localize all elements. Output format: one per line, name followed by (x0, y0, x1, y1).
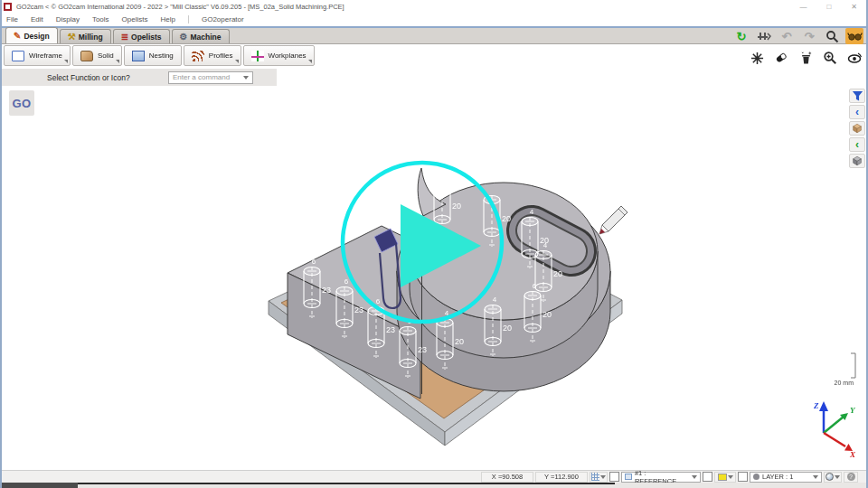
dropdown-arrow[interactable] (64, 60, 68, 63)
layer-value: LAYER : 1 (762, 473, 793, 481)
nesting-button[interactable]: Nesting (124, 45, 182, 66)
axis-triad: Z Y X (813, 401, 856, 459)
zoom-icon[interactable] (823, 28, 841, 44)
redo-icon[interactable]: ↷ (800, 28, 818, 44)
nesting-grid-icon (132, 51, 145, 61)
button-label: Nesting (149, 52, 174, 60)
chevron-left-green-icon[interactable]: ‹ (849, 137, 865, 152)
solid-part-tan-icon[interactable] (849, 121, 865, 136)
clean-trash-icon[interactable] (797, 50, 815, 66)
reference-checkbox[interactable] (609, 472, 619, 482)
machine-gear-icon: ⚙ (180, 33, 188, 42)
grid-icon (591, 473, 599, 481)
prompt-bar: Select Function or Icon? Enter a command (0, 69, 277, 86)
opelists-list-icon: ≣ (121, 33, 128, 42)
reference-select[interactable]: #1 : REFERENCE (621, 472, 701, 483)
tab-design[interactable]: ✎ Design (5, 27, 58, 43)
view-toolbar-row2 (748, 50, 863, 66)
eraser-icon[interactable] (772, 50, 790, 66)
tab-opelists[interactable]: ≣ Opelists (113, 29, 170, 43)
tab-label: Design (24, 32, 49, 41)
svg-text:6: 6 (376, 297, 381, 305)
menu-tools[interactable]: Tools (92, 15, 109, 23)
menu-opelists[interactable]: Opelists (122, 15, 148, 23)
grid-toggle-button[interactable] (590, 472, 608, 483)
eye-rotate-icon[interactable] (845, 50, 863, 66)
profiles-swirl-icon (192, 51, 204, 61)
menu-help[interactable]: Help (161, 15, 175, 23)
menu-edit[interactable]: Edit (31, 15, 43, 23)
svg-text:4: 4 (530, 208, 534, 216)
yellow-swatch-icon (718, 474, 727, 481)
tab-milling[interactable]: ⚒ Milling (60, 29, 111, 43)
milling-tool-icon: ⚒ (68, 33, 76, 42)
bottom-edge (0, 483, 868, 488)
x-coordinate: X =90.508 (481, 472, 533, 483)
wireframe-button[interactable]: Wireframe (4, 45, 71, 66)
y-axis-label: Y (850, 406, 856, 415)
button-label: Workplanes (269, 52, 307, 60)
help-button[interactable]: ? (844, 472, 858, 483)
dropdown-arrow[interactable] (308, 60, 312, 63)
zoom-plus-icon[interactable] (821, 50, 839, 66)
maximize-button[interactable]: □ (826, 3, 831, 11)
profiles-button[interactable]: Profiles (184, 45, 241, 66)
menu-go2operator[interactable]: GO2operator (202, 15, 244, 23)
scale-indicator: 20 mm (835, 353, 855, 386)
app-icon (4, 3, 12, 11)
minimize-button[interactable]: — (799, 3, 807, 11)
button-label: Profiles (209, 52, 233, 60)
command-placeholder: Enter a command (173, 73, 230, 81)
menu-divider (188, 15, 189, 23)
dropdown-arrow[interactable] (235, 60, 239, 63)
menu-file[interactable]: File (6, 15, 18, 23)
svg-text:23: 23 (354, 305, 363, 314)
chevron-left-blue-icon[interactable]: ‹ (849, 105, 865, 119)
burst-tools-icon[interactable] (748, 50, 766, 66)
glasses-icon[interactable] (845, 28, 863, 44)
layer-select[interactable]: LAYER : 1 (750, 472, 822, 483)
solid-button[interactable]: Solid (72, 45, 122, 66)
caliper-icon[interactable] (755, 28, 773, 44)
filter-funnel-icon[interactable] (849, 89, 865, 103)
scale-label: 20 mm (835, 380, 854, 386)
go-logo-button[interactable]: GO (9, 90, 34, 116)
color-swatch-button[interactable] (714, 472, 736, 483)
workplanes-axes-icon (251, 51, 264, 61)
design-pencil-icon: ✎ (14, 32, 21, 41)
undo-icon[interactable]: ↶ (778, 28, 796, 44)
command-combobox[interactable]: Enter a command (168, 71, 253, 84)
tab-machine[interactable]: ⚙ Machine (172, 29, 230, 43)
tab-label: Machine (191, 33, 222, 42)
chevron-down-icon (692, 475, 697, 479)
bottom-edge-segment (0, 483, 78, 488)
color-checkbox[interactable] (703, 472, 712, 482)
svg-text:20: 20 (503, 324, 512, 333)
layer-checkbox[interactable] (738, 472, 748, 482)
close-button[interactable]: ✕ (851, 3, 857, 11)
chevron-down-icon (813, 475, 818, 479)
tab-label: Milling (79, 33, 103, 42)
chevron-down-icon (728, 475, 733, 479)
button-label: Solid (98, 52, 114, 60)
menu-display[interactable]: Display (56, 15, 80, 23)
svg-text:23: 23 (386, 325, 395, 334)
view-sphere-button[interactable] (824, 472, 842, 483)
solid-part-gray-icon[interactable] (849, 154, 865, 168)
workplanes-button[interactable]: Workplanes (243, 45, 315, 66)
svg-text:20: 20 (553, 269, 562, 278)
help-icon: ? (847, 473, 855, 481)
reference-window-icon (625, 474, 632, 480)
refresh-icon[interactable]: ↻ (732, 28, 750, 44)
svg-text:20: 20 (452, 202, 461, 211)
view-toolbar-row1: ↻ ↶ ↷ (732, 28, 863, 44)
bottom-edge-line (78, 483, 615, 484)
chevron-down-icon[interactable] (243, 76, 249, 80)
layer-icon (753, 474, 760, 480)
ribbon-toolbar: Wireframe Solid Nesting Profiles Workpla… (4, 45, 315, 66)
svg-text:20: 20 (542, 310, 552, 319)
dropdown-arrow[interactable] (116, 60, 119, 63)
sphere-icon (826, 473, 834, 481)
button-label: Wireframe (29, 52, 62, 60)
svg-text:6: 6 (312, 258, 316, 266)
